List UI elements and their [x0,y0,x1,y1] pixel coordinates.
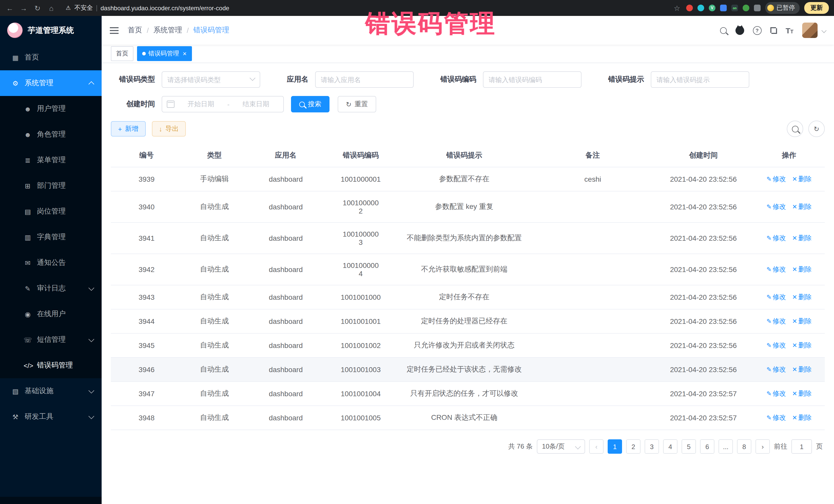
delete-link[interactable]: ✕删除 [792,414,812,421]
user-avatar[interactable] [802,23,817,38]
delete-link[interactable]: ✕删除 [792,175,812,183]
sidebar-item-sms[interactable]: ☏短信管理 [0,327,102,353]
bookmark-star-icon[interactable]: ☆ [672,4,682,12]
row-remark [532,309,653,333]
app-logo[interactable]: 芋道管理系统 [0,16,102,45]
help-icon[interactable]: ? [753,26,761,35]
tab-close-icon[interactable]: × [183,50,186,58]
header-search-icon[interactable] [720,27,726,34]
extension-red-icon[interactable] [686,5,693,11]
edit-link[interactable]: ✎修改 [767,317,786,325]
font-size-icon[interactable]: TT [786,26,793,35]
refresh-button[interactable]: ↻ [808,120,825,137]
delete-link[interactable]: ✕删除 [792,366,812,373]
breadcrumb-system[interactable]: 系统管理 [153,26,182,35]
row-id: 3941 [111,222,182,254]
table-row: 3946自动生成dashboard1001001003定时任务已经处于该状态，无… [111,357,825,381]
edit-link[interactable]: ✎修改 [767,293,786,301]
page-button-5[interactable]: 5 [682,439,696,454]
page-size-select[interactable]: 10条/页 [537,439,585,454]
extension-blue-icon[interactable] [720,5,727,11]
goto-page-input[interactable] [791,439,812,454]
sidebar-item-dict[interactable]: ▥字典管理 [0,224,102,250]
delete-link[interactable]: ✕删除 [792,341,812,349]
github-icon[interactable] [735,26,744,35]
toggle-search-button[interactable] [787,120,803,137]
error-msg-input[interactable] [651,71,749,88]
sidebar-item-system[interactable]: ⚙系统管理 [0,70,102,96]
sidebar-item-user[interactable]: ☻用户管理 [0,96,102,122]
row-time: 2021-04-20 23:52:57 [653,406,753,430]
page-button-2[interactable]: 2 [626,439,640,454]
delete-link[interactable]: ✕删除 [792,203,812,211]
sidebar-item-infra[interactable]: ▧基础设施 [0,378,102,404]
app-name-input[interactable] [315,71,414,88]
edit-link[interactable]: ✎修改 [767,265,786,273]
delete-link[interactable]: ✕删除 [792,265,812,273]
page-button-6[interactable]: 6 [700,439,715,454]
more-pages-button[interactable]: ... [719,439,733,454]
search-button[interactable]: 搜索 [291,96,329,112]
sidebar-item-dev-tool[interactable]: ⚒研发工具 [0,404,102,430]
sidebar-item-error-code[interactable]: </>错误码管理 [0,353,102,378]
page-button-3[interactable]: 3 [644,439,659,454]
extensions-puzzle-icon[interactable] [754,5,761,11]
browser-chrome: ← → ↻ ⌂ ⚠ 不安全 dashboard.yudao.iocoder.cn… [0,0,834,16]
page-button-4[interactable]: 4 [663,439,678,454]
delete-link[interactable]: ✕删除 [792,390,812,397]
page-button-8[interactable]: 8 [737,439,751,454]
row-type: 自动生成 [182,333,246,357]
row-type: 自动生成 [182,309,246,333]
breadcrumb-home[interactable]: 首页 [128,26,142,35]
extension-on-icon[interactable]: on [731,5,738,11]
edit-link[interactable]: ✎修改 [767,234,786,242]
delete-link[interactable]: ✕删除 [792,317,812,325]
page-button-1[interactable]: 1 [608,439,622,454]
row-msg: CRON 表达式不正确 [396,406,532,430]
extension-green-icon[interactable] [743,5,749,11]
profile-chip[interactable]: 已暂停 [765,2,799,14]
delete-link[interactable]: ✕删除 [792,234,812,242]
sidebar-item-post[interactable]: ▤岗位管理 [0,199,102,224]
browser-home-icon[interactable]: ⌂ [47,4,56,12]
forward-icon[interactable]: → [19,4,28,12]
date-range-picker[interactable]: 开始日期 - 结束日期 [162,96,284,112]
reset-button[interactable]: ↻ 重置 [338,96,376,112]
export-button[interactable]: ↓ 导出 [152,121,186,136]
edit-link[interactable]: ✎修改 [767,414,786,421]
edit-link[interactable]: ✎修改 [767,203,786,211]
sidebar-item-notice[interactable]: ✉通知公告 [0,250,102,276]
sidebar-item-label: 部门管理 [37,181,93,191]
avatar-caret-icon[interactable] [821,28,827,33]
edit-link[interactable]: ✎修改 [767,366,786,373]
extension-teal-icon[interactable] [698,5,704,11]
delete-link[interactable]: ✕删除 [792,293,812,301]
fullscreen-icon[interactable] [770,27,777,34]
prev-page-button[interactable]: ‹ [589,439,603,454]
sidebar-item-role[interactable]: ☻角色管理 [0,122,102,147]
sidebar-item-online-user[interactable]: ◉在线用户 [0,301,102,327]
next-page-button[interactable]: › [755,439,770,454]
sidebar-toggle-icon[interactable] [110,27,118,34]
tab-home[interactable]: 首页 [111,46,133,61]
extension-vue-icon[interactable]: V [709,5,716,11]
error-code-input[interactable] [483,71,581,88]
sidebar-item-home[interactable]: ▦首页 [0,45,102,70]
sidebar-item-audit-log[interactable]: ✎审计日志 [0,276,102,301]
edit-link[interactable]: ✎修改 [767,341,786,349]
row-type: 自动生成 [182,357,246,381]
edit-link[interactable]: ✎修改 [767,390,786,397]
sidebar-item-label: 用户管理 [37,104,93,113]
error-type-select[interactable] [162,71,260,88]
tab-error-code[interactable]: 错误码管理 × [137,46,192,61]
update-button[interactable]: 更新 [804,2,829,14]
edit-link[interactable]: ✎修改 [767,175,786,183]
breadcrumb-current: 错误码管理 [194,26,229,35]
back-icon[interactable]: ← [5,4,14,12]
sidebar-item-dept[interactable]: ⊞部门管理 [0,173,102,199]
edit-icon: ✎ [767,266,772,273]
url-bar[interactable]: ⚠ 不安全 dashboard.yudao.iocoder.cn/system/… [61,2,668,14]
reload-icon[interactable]: ↻ [33,4,42,12]
add-button[interactable]: + 新增 [111,121,146,136]
sidebar-item-menu[interactable]: ≣菜单管理 [0,147,102,173]
